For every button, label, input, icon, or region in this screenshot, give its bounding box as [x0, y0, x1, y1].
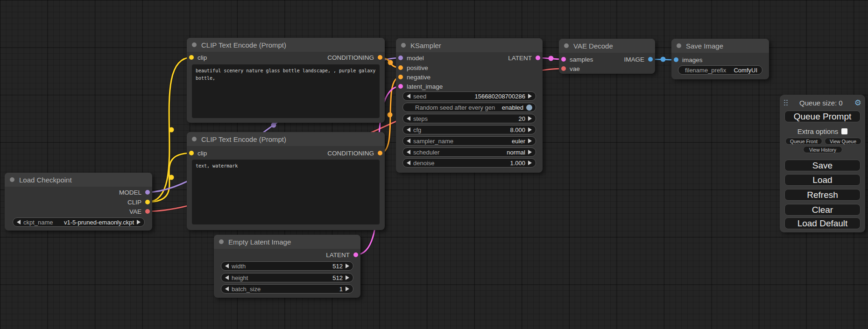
queue-prompt-button[interactable]: Queue Prompt	[784, 111, 861, 122]
extra-options-checkbox[interactable]	[841, 128, 847, 134]
widget-filename-prefix[interactable]: filename_prefix ComfyUI	[678, 65, 762, 75]
drag-handle-icon[interactable]	[784, 100, 788, 106]
node-clip-text-encode-positive[interactable]: CLIP Text Encode (Prompt) clip CONDITION…	[187, 38, 385, 123]
widget-steps[interactable]: steps 20	[402, 114, 536, 123]
collapse-dot-icon[interactable]	[192, 137, 197, 141]
decrement-icon[interactable]	[225, 287, 229, 291]
increment-icon[interactable]	[528, 139, 532, 143]
latent-port-icon[interactable]	[353, 252, 358, 257]
increment-icon[interactable]	[528, 161, 532, 165]
vae-port-icon[interactable]	[145, 209, 150, 214]
collapse-dot-icon[interactable]	[564, 43, 569, 48]
decrement-icon[interactable]	[407, 94, 410, 98]
decrement-icon[interactable]	[407, 116, 410, 121]
widget-height[interactable]: height 512	[221, 273, 353, 282]
load-default-button[interactable]: Load Default	[784, 217, 861, 229]
slot-samples-input[interactable]: samples	[561, 55, 593, 64]
latent-port-icon[interactable]	[561, 57, 566, 62]
model-port-icon[interactable]	[145, 190, 150, 195]
slot-images-input[interactable]: images	[674, 55, 703, 64]
node-clip-text-encode-negative[interactable]: CLIP Text Encode (Prompt) clip CONDITION…	[187, 132, 385, 230]
increment-icon[interactable]	[528, 150, 532, 154]
view-history-button[interactable]: View History	[803, 146, 842, 153]
node-vae-decode[interactable]: VAE Decode samples vae IMAGE	[559, 39, 655, 74]
slot-model-input[interactable]: model	[398, 53, 424, 63]
slot-latent-output[interactable]: LATENT	[508, 53, 540, 63]
collapse-dot-icon[interactable]	[219, 239, 224, 244]
decrement-icon[interactable]	[17, 220, 21, 224]
widget-scheduler[interactable]: scheduler normal	[402, 147, 536, 157]
increment-icon[interactable]	[137, 220, 141, 224]
widget-width[interactable]: width 512	[221, 261, 353, 271]
node-graph-canvas[interactable]: Load Checkpoint MODEL CLIP VAE ckpt_name…	[0, 0, 868, 329]
refresh-button[interactable]: Refresh	[784, 189, 861, 201]
node-header[interactable]: VAE Decode	[559, 39, 655, 53]
decrement-icon[interactable]	[407, 150, 410, 154]
latent-port-icon[interactable]	[536, 56, 540, 60]
decrement-icon[interactable]	[225, 275, 229, 280]
slot-conditioning-output[interactable]: CONDITIONING	[327, 148, 382, 158]
conditioning-port-icon[interactable]	[398, 75, 403, 79]
latent-port-icon[interactable]	[398, 84, 403, 89]
image-port-icon[interactable]	[674, 57, 678, 62]
node-header[interactable]: CLIP Text Encode (Prompt)	[187, 132, 385, 146]
node-header[interactable]: Empty Latent Image	[214, 235, 360, 249]
collapse-dot-icon[interactable]	[10, 177, 14, 182]
widget-ckpt-name[interactable]: ckpt_name v1-5-pruned-emaonly.ckpt	[13, 217, 145, 227]
increment-icon[interactable]	[528, 116, 532, 121]
decrement-icon[interactable]	[225, 264, 229, 268]
widget-denoise[interactable]: denoise 1.000	[402, 158, 536, 168]
slot-positive-input[interactable]: positive	[398, 63, 428, 72]
node-save-image[interactable]: Save Image images filename_prefix ComfyU…	[671, 39, 769, 79]
toggle-on-icon[interactable]	[526, 105, 532, 111]
slot-model-output[interactable]: MODEL	[119, 188, 150, 197]
load-button[interactable]: Load	[784, 174, 861, 186]
node-empty-latent-image[interactable]: Empty Latent Image LATENT width 512 heig…	[214, 235, 360, 298]
decrement-icon[interactable]	[407, 139, 410, 143]
conditioning-port-icon[interactable]	[378, 151, 382, 155]
image-port-icon[interactable]	[648, 57, 653, 62]
conditioning-port-icon[interactable]	[398, 65, 403, 70]
widget-sampler-name[interactable]: sampler_name euler	[402, 136, 536, 146]
slot-negative-input[interactable]: negative	[398, 72, 430, 82]
decrement-icon[interactable]	[407, 161, 410, 165]
widget-random-seed-toggle[interactable]: Random seed after every gen enabled	[402, 103, 536, 112]
clear-button[interactable]: Clear	[784, 204, 861, 216]
node-ksampler[interactable]: KSampler model positive negative latent_…	[396, 38, 543, 173]
model-port-icon[interactable]	[398, 56, 403, 60]
node-header[interactable]: KSampler	[396, 38, 543, 52]
node-header[interactable]: Load Checkpoint	[5, 173, 152, 187]
decrement-icon[interactable]	[407, 127, 410, 132]
slot-image-output[interactable]: IMAGE	[624, 55, 653, 64]
gear-icon[interactable]: ⚙	[854, 99, 861, 107]
increment-icon[interactable]	[528, 127, 532, 132]
collapse-dot-icon[interactable]	[677, 43, 681, 48]
widget-cfg[interactable]: cfg 8.000	[402, 125, 536, 134]
widget-seed[interactable]: seed 156680208700286	[402, 91, 536, 101]
clip-port-icon[interactable]	[145, 200, 150, 204]
node-load-checkpoint[interactable]: Load Checkpoint MODEL CLIP VAE ckpt_name…	[5, 173, 152, 231]
vae-port-icon[interactable]	[561, 66, 566, 71]
increment-icon[interactable]	[346, 264, 349, 268]
widget-batch-size[interactable]: batch_size 1	[221, 284, 353, 294]
collapse-dot-icon[interactable]	[401, 43, 406, 48]
conditioning-port-icon[interactable]	[378, 55, 382, 60]
view-queue-button[interactable]: View Queue	[825, 138, 861, 145]
increment-icon[interactable]	[528, 94, 532, 98]
slot-clip-input[interactable]: clip	[189, 53, 207, 62]
slot-clip-input[interactable]: clip	[189, 148, 207, 158]
slot-vae-output[interactable]: VAE	[129, 207, 150, 216]
queue-front-button[interactable]: Queue Front	[785, 138, 822, 145]
clip-port-icon[interactable]	[189, 151, 194, 155]
clip-port-icon[interactable]	[189, 55, 194, 60]
slot-conditioning-output[interactable]: CONDITIONING	[327, 53, 382, 62]
positive-prompt-textarea[interactable]: beautiful scenery nature glass bottle la…	[192, 64, 380, 118]
queue-panel[interactable]: Queue size: 0 ⚙ Queue Prompt Extra optio…	[780, 95, 865, 232]
save-button[interactable]: Save	[784, 160, 861, 171]
negative-prompt-textarea[interactable]: text, watermark	[192, 160, 380, 224]
slot-clip-output[interactable]: CLIP	[127, 197, 150, 207]
node-header[interactable]: Save Image	[671, 39, 769, 53]
node-header[interactable]: CLIP Text Encode (Prompt)	[187, 38, 385, 52]
collapse-dot-icon[interactable]	[192, 42, 197, 47]
increment-icon[interactable]	[346, 287, 349, 291]
